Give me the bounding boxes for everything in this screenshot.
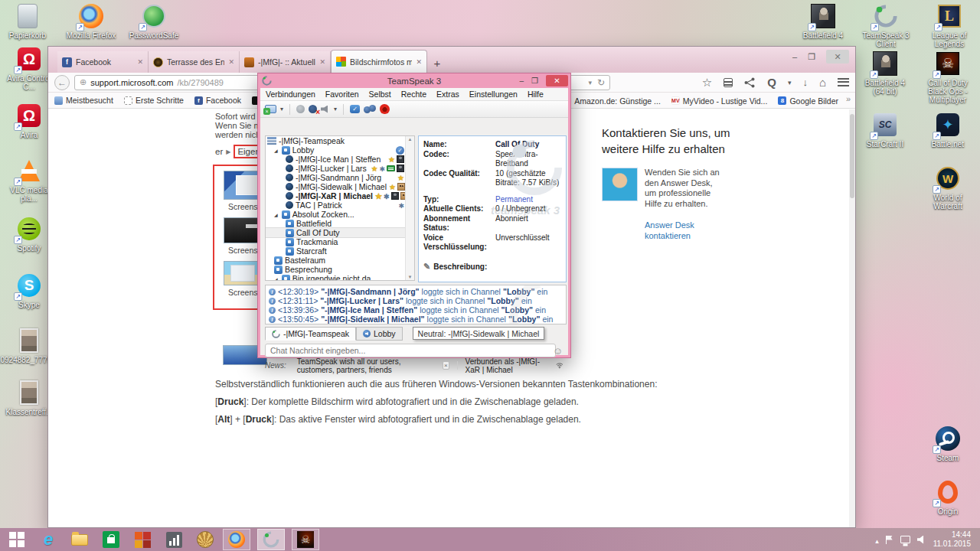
desktop-icon-bf4-64[interactable]: ↗ Battlefield 4 (64 bit): [860, 51, 910, 96]
tab-close-icon[interactable]: ✕: [228, 58, 234, 66]
desktop-icon-bf4[interactable]: ↗ Battlefield 4: [798, 3, 848, 40]
library-icon[interactable]: [724, 78, 733, 87]
menu-extras[interactable]: Extras: [436, 90, 459, 99]
bookmark-myvideo[interactable]: MVMyVideo - Lustige Vid...: [671, 96, 768, 106]
server-chat-tab[interactable]: -|MfG|-Teamspeak: [265, 327, 356, 341]
action-center-flag-icon[interactable]: [886, 536, 893, 544]
scrollbar-thumb[interactable]: [850, 114, 854, 198]
tree-scrollbar[interactable]: [405, 136, 414, 280]
bookmark-meistbesucht[interactable]: Meistbesucht: [54, 96, 113, 105]
bookmark-facebook[interactable]: fFacebook: [194, 96, 241, 105]
client-row[interactable]: -|MfG|-Ice Man | Steffen: [266, 155, 414, 164]
taskbar-shell-app[interactable]: [194, 530, 216, 549]
contacts-chat-icon[interactable]: ✓: [350, 105, 360, 113]
desktop-icon-steam[interactable]: ↗ Steam: [923, 425, 973, 462]
taskbar-clock[interactable]: 14:44 11.01.2015: [933, 530, 974, 549]
close-button[interactable]: ✕: [826, 50, 849, 64]
taskbar-store[interactable]: [100, 530, 122, 549]
home-icon[interactable]: [819, 76, 826, 89]
taskbar-app[interactable]: [163, 530, 185, 549]
channel-row-lobby[interactable]: Lobby: [266, 145, 414, 155]
taskbar-cod-running[interactable]: ☠: [292, 529, 319, 550]
volume-icon[interactable]: [917, 536, 926, 544]
bookmarks-overflow-icon[interactable]: [846, 94, 851, 103]
page-scrollbar[interactable]: [849, 109, 855, 527]
tab-close-icon[interactable]: ✕: [137, 58, 143, 66]
desktop-icon-firefox[interactable]: ↗ Mozilla Firefox: [66, 3, 116, 40]
url-dropdown-icon[interactable]: ▾: [588, 79, 592, 86]
bookmark-erste-schritte[interactable]: Erste Schritte: [124, 96, 184, 105]
desktop-icon-sc2[interactable]: SC↗ StarCraft II: [860, 112, 910, 148]
disconnect-button-icon[interactable]: [265, 105, 276, 113]
dropdown-caret-icon[interactable]: ▾: [280, 106, 283, 112]
downloads-icon[interactable]: [802, 77, 808, 88]
taskbar-internet-explorer[interactable]: e: [38, 530, 59, 549]
desktop-icon-ts3client[interactable]: ↗ TeamSpeak 3 Client: [861, 3, 911, 48]
reload-icon[interactable]: ↻: [597, 77, 605, 88]
dropdown-caret-icon[interactable]: ▾: [334, 106, 337, 112]
desktop-icon-lol[interactable]: L↗ League of Legends: [924, 3, 975, 48]
channel-row[interactable]: Bin irgendwie nicht da: [266, 274, 414, 281]
menu-verbindungen[interactable]: Verbindungen: [266, 90, 315, 99]
contacts-icon[interactable]: [364, 105, 376, 114]
tab-facebook[interactable]: f Facebook ✕: [57, 51, 149, 73]
start-button[interactable]: [6, 530, 28, 549]
tray-expand-icon[interactable]: [875, 533, 879, 546]
share-icon[interactable]: [744, 77, 756, 88]
server-row[interactable]: -|MfG|-Teamspeak: [266, 136, 414, 145]
client-row[interactable]: -|MfG|-Sandmann | Jörg: [266, 173, 414, 182]
scroll-up-icon[interactable]: [409, 136, 412, 142]
back-button[interactable]: ←: [54, 75, 70, 90]
subchannel-row-selected[interactable]: Call Of Duty: [266, 228, 414, 237]
minimize-button[interactable]: –: [792, 52, 797, 61]
client-row-self[interactable]: -|MfG|-XaR | Michael: [266, 191, 414, 201]
subchannel-row[interactable]: Starcraft: [266, 246, 414, 256]
client-row[interactable]: TAC | Patrick: [266, 201, 414, 210]
tab-close-icon[interactable]: ✕: [416, 58, 422, 66]
tab-screenshots-active[interactable]: Bildschirmfotos mit Windo... ✕: [331, 50, 427, 73]
permanent-link[interactable]: Permanent: [495, 195, 563, 205]
menu-hilfe[interactable]: Hilfe: [528, 90, 544, 99]
tab-wow-forum[interactable]: Terrasse des Endlosen Früh... ✕: [149, 51, 240, 73]
client-row[interactable]: -|MfG|-Lucker | Lars: [266, 164, 414, 173]
scroll-down-icon[interactable]: [409, 274, 412, 280]
menu-rechte[interactable]: Rechte: [401, 90, 426, 99]
taskbar-file-explorer[interactable]: [69, 530, 90, 549]
menu-hamburger-icon[interactable]: [838, 78, 849, 86]
hotkey-flame-icon[interactable]: [380, 104, 390, 114]
answer-desk-link[interactable]: Answer Desk kontaktieren: [645, 220, 721, 241]
client-row[interactable]: -|MfG|-Sidewalk | Michael: [266, 182, 414, 191]
channel-row[interactable]: Besprechung: [266, 265, 414, 274]
desktop-icon-wow[interactable]: W↗ World of Warcraft: [923, 165, 973, 210]
desktop-icon-papierkorb[interactable]: Papierkorb: [2, 3, 53, 40]
menu-selbst[interactable]: Selbst: [369, 90, 391, 99]
subchannel-row[interactable]: Trackmania: [266, 237, 414, 246]
tab-close-icon[interactable]: ✕: [319, 58, 325, 66]
bookmark-google-bilder[interactable]: 8Google Bilder: [778, 96, 838, 106]
desktop-icon-bnet[interactable]: ✦↗ Battle.net: [923, 112, 973, 148]
mute-speaker-icon[interactable]: [321, 106, 330, 113]
desktop-icon-passwordsafe[interactable]: ↗ PasswordSafe: [129, 3, 179, 40]
maximize-button[interactable]: ❐: [808, 52, 815, 62]
taskbar-teamspeak-running[interactable]: [257, 529, 285, 550]
channel-chat-tab[interactable]: Lobby: [356, 327, 403, 341]
search-icon[interactable]: Q: [767, 76, 776, 89]
bookmark-star-icon[interactable]: [702, 76, 712, 90]
network-icon[interactable]: [900, 536, 910, 543]
desktop-icon-origin[interactable]: ↗ Origin: [923, 479, 973, 516]
away-toggle-icon[interactable]: [296, 105, 305, 113]
menu-favoriten[interactable]: Favoriten: [325, 90, 359, 99]
chat-message-input[interactable]: [265, 344, 556, 357]
maximize-button[interactable]: ❐: [531, 77, 538, 85]
taskbar-firefox-running[interactable]: [223, 529, 250, 550]
bookmark-amazon[interactable]: aAmazon.de: Günstige ...: [563, 96, 661, 106]
menu-einstellungen[interactable]: Einstellungen: [469, 90, 518, 99]
taskbar-photos[interactable]: [132, 530, 153, 549]
minimize-button[interactable]: –: [519, 77, 524, 85]
dismiss-news-icon[interactable]: [443, 361, 449, 370]
close-button[interactable]: ✕: [546, 75, 568, 86]
emoticon-icon[interactable]: [553, 345, 563, 357]
teamspeak-title-bar[interactable]: TeamSpeak 3 – ❐ ✕: [258, 73, 570, 88]
new-tab-button[interactable]: [427, 53, 447, 73]
mute-microphone-icon[interactable]: [309, 105, 317, 113]
